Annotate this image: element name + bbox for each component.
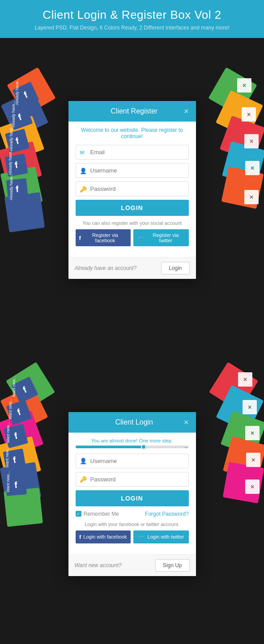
scatter-card xyxy=(4,488,43,527)
scatter-card xyxy=(223,436,264,480)
login-modal-header: Client Login × xyxy=(68,412,196,433)
login-facebook-button[interactable]: f Login with facebook xyxy=(76,530,131,543)
checkmark-icon: ✓ xyxy=(77,512,80,516)
scatter-card xyxy=(223,462,264,504)
scatter-fb-card: f xyxy=(7,105,33,130)
scatter-card xyxy=(0,141,42,185)
scatter-card xyxy=(0,462,41,504)
already-label: Already have... xyxy=(15,78,19,105)
register-facebook-button[interactable]: f Register via facebook xyxy=(76,229,131,246)
login-button[interactable]: LOGIN xyxy=(76,490,189,506)
progress-thumb[interactable] xyxy=(141,444,146,450)
page-title: Client Login & Register Box Vol 2 xyxy=(9,8,255,22)
already-label: Already have... xyxy=(9,124,13,151)
already-label: Already have... xyxy=(9,173,13,200)
scatter-card xyxy=(208,67,257,116)
close-decoration: × xyxy=(246,453,260,467)
progress-label: You are almost done! One more step. xyxy=(76,438,189,443)
login-password-input[interactable] xyxy=(76,472,189,487)
want-label: Want new... xyxy=(5,447,9,468)
lock-icon: 🔑 xyxy=(80,185,87,192)
register-close-button[interactable]: × xyxy=(184,107,189,115)
remember-label: Remember Me xyxy=(84,511,119,517)
login-footer-text: Want new account? xyxy=(75,562,122,568)
scatter-card xyxy=(221,411,264,457)
close-decoration: × xyxy=(245,161,260,175)
login-social-buttons: f Login with facebook 🐦 Login with twitt… xyxy=(76,530,189,543)
page-subtitle: Layered PSD, Flat Design, 6 Colors Ready… xyxy=(9,24,255,32)
page-header: Client Login & Register Box Vol 2 Layere… xyxy=(0,0,264,38)
close-decoration: × xyxy=(238,372,252,387)
close-decoration: × xyxy=(244,190,259,204)
register-section: f f f f f Already have... Already have..… xyxy=(0,38,264,342)
login-username-input[interactable] xyxy=(76,454,189,468)
close-decoration: × xyxy=(245,426,260,440)
progress-fill xyxy=(76,446,144,448)
register-login-button[interactable]: LOGIN xyxy=(76,200,189,216)
register-modal-title: Client Register xyxy=(85,107,184,115)
username-input[interactable] xyxy=(76,163,189,178)
close-decoration: × xyxy=(243,400,257,414)
register-footer-button[interactable]: Login xyxy=(161,262,189,274)
scatter-card xyxy=(216,385,264,433)
register-social-buttons: f Register via facebook 🐦 Register via t… xyxy=(76,229,189,246)
progress-arrow-icon: → xyxy=(183,444,189,451)
register-facebook-label: Register via facebook xyxy=(83,232,127,243)
register-social-text: You can also register with your social a… xyxy=(76,220,189,226)
close-decoration: × xyxy=(237,78,251,93)
twitter-icon: 🐦 xyxy=(137,235,144,241)
scatter-fb-card: f xyxy=(4,424,28,448)
scatter-card xyxy=(0,385,48,433)
forgot-password-link[interactable]: Forgot Password? xyxy=(145,511,188,517)
register-modal-body: Welcome to our website. Please register … xyxy=(68,122,196,257)
scatter-card xyxy=(0,116,44,162)
scatter-fb-card: f xyxy=(4,153,28,177)
scatter-fb-card: f xyxy=(5,129,30,153)
password-input[interactable] xyxy=(76,181,189,196)
scatter-card xyxy=(221,167,264,209)
progress-container: You are almost done! One more step. → xyxy=(76,438,189,448)
login-twitter-button[interactable]: 🐦 Login with twitter xyxy=(133,530,189,543)
user-icon: 👤 xyxy=(80,458,87,464)
scatter-card xyxy=(6,362,55,411)
remember-left: ✓ Remember Me xyxy=(76,511,119,517)
login-password-field-group: 🔑 xyxy=(76,472,189,487)
facebook-icon: f xyxy=(79,534,81,540)
close-decoration: × xyxy=(244,134,259,148)
close-decoration: × xyxy=(245,480,260,494)
register-modal: Client Register × Welcome to our website… xyxy=(68,101,196,279)
want-label: Want new... xyxy=(8,399,13,420)
scatter-fb-card: f xyxy=(3,448,26,471)
want-label: Want new... xyxy=(6,471,10,492)
scatter-fb-card: f xyxy=(6,400,32,425)
user-icon: 👤 xyxy=(80,167,87,174)
scatter-card xyxy=(220,116,264,162)
progress-track: → xyxy=(76,446,189,448)
login-username-field-group: 👤 xyxy=(76,454,189,468)
register-subtitle: Welcome to our website. Please register … xyxy=(76,127,189,139)
scatter-card xyxy=(0,411,43,457)
want-label: Want new... xyxy=(6,422,10,443)
scatter-card xyxy=(209,362,258,411)
facebook-icon: f xyxy=(79,235,81,241)
email-field-group: ✉ xyxy=(76,145,189,160)
scatter-card xyxy=(216,90,263,138)
remember-checkbox[interactable]: ✓ xyxy=(76,511,81,517)
twitter-icon: 🐦 xyxy=(138,534,145,540)
email-icon: ✉ xyxy=(80,149,85,156)
register-modal-header: Client Register × xyxy=(68,101,196,122)
scatter-card xyxy=(222,141,264,185)
scatter-fb-card: f xyxy=(11,376,38,403)
scatter-card xyxy=(7,67,55,116)
register-twitter-button[interactable]: 🐦 Register via twitter xyxy=(133,229,189,246)
already-label: Already have... xyxy=(8,148,13,175)
scatter-card xyxy=(0,167,43,209)
close-decoration: × xyxy=(242,107,256,122)
email-input[interactable] xyxy=(76,145,189,160)
scatter-fb-card: f xyxy=(6,178,28,200)
login-modal: Client Login × You are almost done! One … xyxy=(68,412,196,576)
login-close-button[interactable]: × xyxy=(184,418,189,426)
scatter-card xyxy=(0,436,41,480)
lock-icon: 🔑 xyxy=(80,476,87,483)
login-footer-button[interactable]: Sign Up xyxy=(155,559,190,572)
